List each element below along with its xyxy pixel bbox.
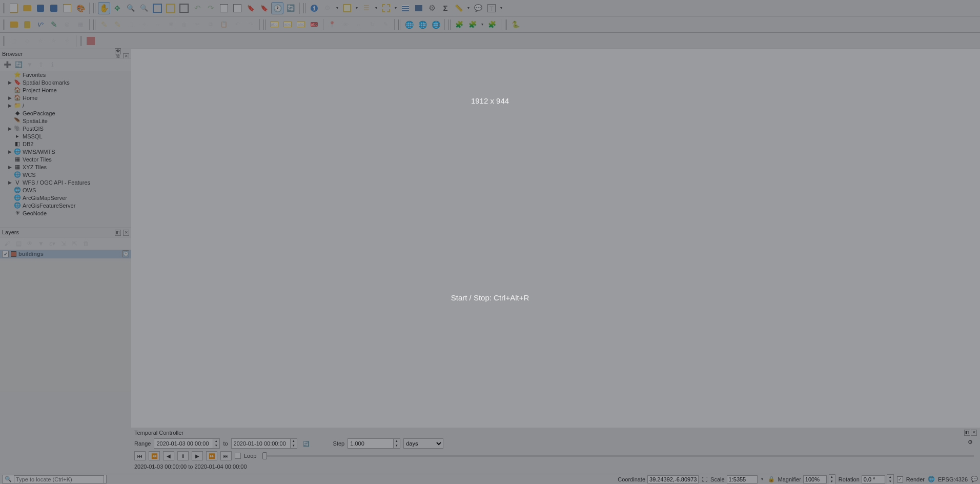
text-annotation-button[interactable] [485,2,498,14]
field-calculator-button[interactable] [413,2,425,14]
filter-icon[interactable]: ▼ [26,60,34,69]
pause-button[interactable]: ⏸ [177,451,189,460]
plugin-button-1[interactable] [453,18,465,31]
new-virtual-layer-button[interactable]: ◎ [61,18,73,31]
browser-tree-item[interactable]: ⭐Favorites [0,71,131,78]
snap-button-3[interactable]: ☆ [34,35,47,47]
manage-visibility-icon[interactable]: 👁 [26,239,34,248]
browser-tree-item[interactable]: 🌐WCS [0,171,131,178]
new-spatialite-button[interactable] [48,18,60,31]
refresh-button[interactable] [284,2,297,14]
play-reverse-button[interactable]: ◀ [163,451,174,460]
zoom-in-button[interactable] [125,2,137,14]
undock-icon[interactable]: �险 [115,48,121,54]
render-checkbox[interactable]: ✓ [897,476,903,482]
style-icon[interactable]: 🖌 [3,239,11,248]
locator-input[interactable] [14,475,104,483]
browser-tree-item[interactable]: ▸MSSQL [0,132,131,140]
layer-visibility-checkbox[interactable]: ✓ [2,251,9,257]
processing-toolbox-button[interactable] [426,2,438,14]
jp-plugin-button[interactable] [85,35,97,47]
prev-frame-button[interactable]: ⏪ [149,451,160,460]
collapse-icon[interactable]: ⇧ [37,60,45,69]
identify-features-button[interactable] [308,2,320,14]
toolbar-grip[interactable] [3,36,6,46]
annotation-dropdown[interactable] [499,2,504,14]
save-project-button[interactable] [34,2,47,14]
map-canvas[interactable] [131,49,980,474]
snap-button-1[interactable]: ⬚ [8,35,20,47]
plugin-button-3[interactable] [486,18,498,31]
range-to-input[interactable] [231,438,291,449]
measure-dropdown[interactable] [466,2,471,14]
statistical-summary-button[interactable] [439,2,452,14]
new-project-button[interactable] [8,2,20,14]
open-attribute-table-button[interactable] [399,2,412,14]
collapse-icon[interactable]: ⇱ [71,239,79,248]
play-button[interactable]: ▶ [192,451,203,460]
select-by-value-button[interactable] [360,2,373,14]
temporal-controller-button[interactable] [271,2,283,14]
range-to-spin[interactable]: ▴▾ [291,438,297,449]
scale-dropdown[interactable] [760,473,765,485]
close-icon[interactable]: ✕ [971,430,977,436]
label-toolbar-3[interactable] [295,18,307,31]
magnifier-spin[interactable]: ▴▾ [829,474,835,485]
plugin-button-2[interactable] [466,18,479,31]
crs-label[interactable]: EPSG:4326 [938,476,968,482]
browser-tree-item[interactable]: 🏠Project Home [0,86,131,94]
zoom-to-selection-button[interactable] [165,2,177,14]
plugin-dropdown[interactable] [480,18,485,31]
expand-icon[interactable]: ▶ [8,126,12,131]
pan-map-button[interactable] [98,2,110,14]
toolbar-grip[interactable] [93,19,96,30]
loop-checkbox[interactable] [235,453,241,459]
filter-legend-icon[interactable]: ▼ [37,239,45,248]
temporal-settings-icon[interactable]: ⚙ [968,439,977,448]
select-features-button[interactable] [341,2,353,14]
browser-tree-item[interactable]: ▶🌐WMS/WMTS [0,148,131,155]
expand-icon[interactable]: ⇲ [59,239,68,248]
undock-icon[interactable]: ◧ [964,430,970,436]
deselect-dropdown[interactable] [393,2,398,14]
browser-tree-item[interactable]: ▶▦XYZ Tiles [0,163,131,171]
label-toolbar-1[interactable] [268,18,280,31]
browser-tree-item[interactable]: ▦Vector Tiles [0,155,131,163]
deselect-button[interactable] [380,2,392,14]
toolbar-grip[interactable] [263,19,266,30]
rewind-start-button[interactable]: ⏮ [134,451,146,460]
add-group-icon[interactable]: ▤ [14,239,23,248]
metasearch-button-1[interactable] [403,18,415,31]
layer-row[interactable]: ✓ buildings 🕐 [0,250,131,258]
rotation-spin[interactable]: ▴▾ [887,474,894,485]
data-source-manager-button[interactable] [8,18,20,31]
browser-tree-item[interactable]: 🪶SpatiaLite [0,117,131,125]
new-bookmark-button[interactable] [244,2,257,14]
coordinate-input[interactable] [647,475,699,483]
snap-button-4[interactable]: ☆ [48,35,60,47]
new-shapefile-button[interactable] [34,18,47,31]
zoom-full-button[interactable] [151,2,164,14]
select-dropdown[interactable] [354,2,359,14]
time-slider[interactable] [262,455,974,457]
browser-tree-item[interactable]: 🌐ArcGisFeatureServer [0,201,131,209]
snap-button-2[interactable]: ◇ [21,35,33,47]
new-memory-layer-button[interactable]: ▦ [74,18,87,31]
label-toolbar-2[interactable] [281,18,294,31]
close-icon[interactable]: ✕ [123,230,129,236]
new-map-view-button[interactable] [218,2,230,14]
expand-icon[interactable]: ▶ [8,95,12,100]
step-spin[interactable]: ▴▾ [394,438,400,449]
lock-scale-icon[interactable]: 🔒 [768,476,775,482]
toggle-extents-icon[interactable]: ⛶ [702,476,707,482]
add-layer-icon[interactable]: ➕ [3,60,11,69]
metasearch-button-3[interactable] [430,18,442,31]
action-dropdown[interactable] [335,2,340,14]
select-value-dropdown[interactable] [374,2,379,14]
browser-tree-item[interactable]: ▶🏠Home [0,94,131,102]
new-print-layout-button[interactable] [48,2,60,14]
browser-tree-item[interactable]: ✳GeoNode [0,209,131,217]
expand-icon[interactable]: ▶ [8,149,12,154]
rotation-input[interactable] [862,475,885,483]
properties-icon[interactable]: ℹ [48,60,56,69]
